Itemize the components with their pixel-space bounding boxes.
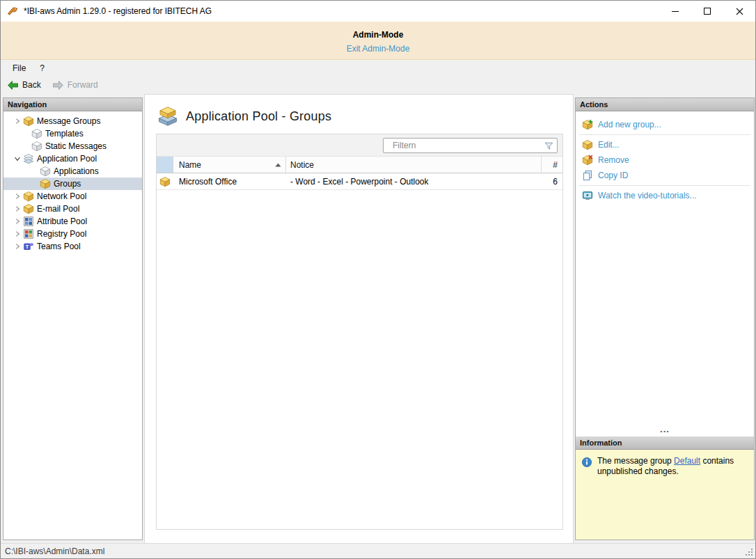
filter-input[interactable] [383, 138, 558, 153]
admin-mode-banner: Admin-Mode Exit Admin-Mode [1, 22, 755, 60]
nav-item-label: Static Messages [45, 141, 107, 151]
column-label-name: Name [179, 160, 201, 170]
minimize-icon [672, 11, 679, 12]
chevron-right-icon[interactable] [12, 218, 23, 225]
action-label: Remove [598, 155, 629, 165]
actions-list: Add new group...Edit...RemoveCopy IDWatc… [576, 111, 754, 203]
filter-bar [157, 134, 562, 157]
add-group-icon [582, 119, 593, 130]
static-messages-icon [31, 141, 42, 152]
filter-funnel-icon[interactable] [544, 141, 554, 151]
edit-icon [582, 139, 593, 150]
exit-admin-mode-link[interactable]: Exit Admin-Mode [347, 44, 410, 54]
nav-item-groups[interactable]: Groups [3, 178, 142, 190]
row-notice: - Word - Excel - Powerpoint - Outlook [286, 177, 542, 187]
nav-item-attribute-pool[interactable]: Attribute Pool [3, 215, 142, 228]
navigation-header: Navigation [3, 98, 142, 111]
maximize-button[interactable] [691, 1, 723, 22]
actions-header: Actions [576, 98, 754, 111]
svg-text:T: T [26, 244, 29, 250]
actions-divider [579, 185, 750, 186]
chevron-right-icon[interactable] [12, 193, 23, 200]
menubar: File? [1, 60, 755, 76]
resize-grip[interactable] [745, 548, 754, 557]
action-edit[interactable]: Edit... [576, 137, 754, 152]
remove-icon [582, 155, 593, 166]
admin-mode-title: Admin-Mode [1, 22, 755, 40]
video-tutorials-icon [582, 190, 593, 201]
chevron-down-icon[interactable] [12, 155, 23, 162]
row-count: 6 [542, 177, 562, 187]
column-header-icon[interactable] [157, 157, 173, 173]
forward-arrow-icon [52, 80, 64, 90]
info-icon [581, 457, 592, 468]
network-pool-icon [23, 191, 34, 202]
nav-item-label: Network Pool [37, 191, 86, 201]
chevron-right-icon[interactable] [12, 205, 23, 212]
table-header: Name Notice # [157, 157, 562, 173]
nav-item-templates[interactable]: Templates [3, 127, 142, 140]
attribute-pool-icon [23, 216, 34, 227]
forward-button[interactable]: Forward [52, 80, 98, 90]
default-group-link[interactable]: Default [674, 456, 700, 466]
copy-id-icon [582, 170, 593, 181]
information-header: Information [576, 436, 754, 450]
column-header-count[interactable]: # [542, 157, 562, 173]
action-watch-the-video-tutorials[interactable]: Watch the video-tutorials... [576, 188, 754, 203]
group-row-icon [159, 176, 171, 187]
close-button[interactable] [723, 1, 755, 22]
nav-item-message-groups[interactable]: Message Groups [3, 115, 142, 127]
application-pool-icon [23, 153, 34, 164]
status-path: C:\IBI-aws\Admin\Data.xml [5, 546, 104, 556]
nav-item-label: Templates [45, 129, 84, 139]
minimize-button[interactable] [659, 1, 691, 22]
chevron-right-icon[interactable] [12, 243, 23, 250]
column-header-name[interactable]: Name [173, 157, 286, 173]
application-pool-groups-icon [157, 107, 178, 126]
chevron-right-icon[interactable] [12, 118, 23, 125]
nav-item-label: Groups [54, 179, 81, 189]
sort-ascending-icon [275, 163, 281, 167]
nav-item-static-messages[interactable]: Static Messages [3, 140, 142, 152]
nav-item-e-mail-pool[interactable]: E-mail Pool [3, 203, 142, 215]
action-label: Watch the video-tutorials... [598, 191, 697, 200]
nav-item-label: Application Pool [37, 154, 97, 164]
info-message-before: The message group [597, 456, 674, 466]
chevron-right-icon[interactable] [12, 230, 23, 237]
column-label-count: # [553, 160, 558, 170]
maximize-icon [704, 8, 711, 15]
action-label: Add new group... [598, 120, 661, 129]
menu-file[interactable]: File [6, 61, 33, 75]
toolbar: Back Forward [1, 76, 755, 94]
action-label: Copy ID [598, 171, 628, 180]
navigation-tree: Message GroupsTemplatesStatic MessagesAp… [3, 111, 142, 540]
email-pool-icon [23, 203, 34, 214]
table-row[interactable]: Microsoft Office- Word - Excel - Powerpo… [157, 173, 562, 190]
column-header-notice[interactable]: Notice [286, 157, 542, 173]
navigation-panel: Navigation Message GroupsTemplatesStatic… [3, 97, 143, 540]
window-controls [659, 1, 755, 22]
nav-item-label: Teams Pool [37, 242, 81, 251]
actions-divider [579, 134, 750, 135]
nav-item-label: Attribute Pool [37, 216, 87, 226]
forward-label: Forward [68, 80, 98, 90]
actions-panel: Actions Add new group...Edit...RemoveCop… [575, 97, 755, 540]
panel-splitter[interactable]: ... [576, 425, 754, 436]
nav-item-label: Message Groups [37, 116, 100, 126]
back-button[interactable]: Back [7, 80, 41, 90]
information-message: The message group Default contains unpub… [597, 456, 740, 477]
action-remove[interactable]: Remove [576, 152, 754, 168]
nav-item-applications[interactable]: Applications [3, 165, 142, 178]
nav-item-registry-pool[interactable]: Registry Pool [3, 228, 142, 240]
nav-item-application-pool[interactable]: Application Pool [3, 152, 142, 165]
menu-help[interactable]: ? [33, 61, 52, 75]
action-add-new-group[interactable]: Add new group... [576, 117, 754, 132]
nav-item-teams-pool[interactable]: TTeams Pool [3, 240, 142, 253]
nav-item-label: Registry Pool [37, 229, 86, 239]
message-groups-icon [23, 116, 34, 127]
table-body: Microsoft Office- Word - Excel - Powerpo… [157, 173, 562, 529]
nav-item-network-pool[interactable]: Network Pool [3, 190, 142, 203]
action-copy-id[interactable]: Copy ID [576, 168, 754, 183]
templates-icon [31, 128, 42, 139]
statusbar: C:\IBI-aws\Admin\Data.xml [1, 543, 755, 558]
